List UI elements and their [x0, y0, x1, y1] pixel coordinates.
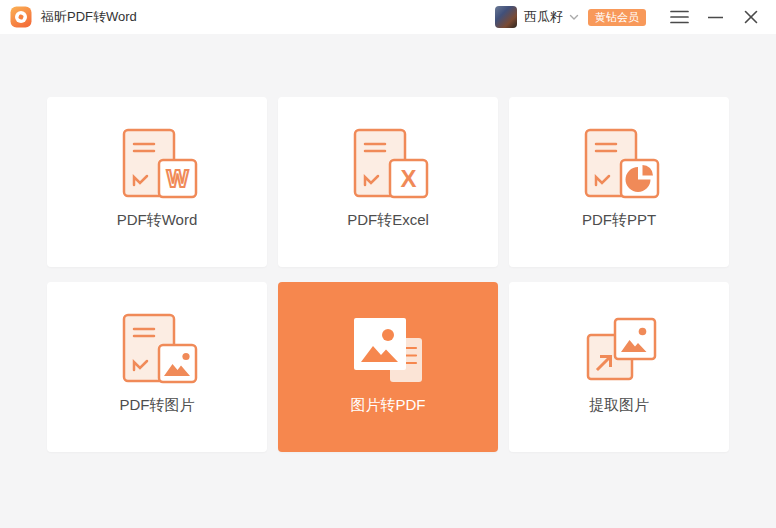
titlebar: 福昕PDF转Word 西瓜籽 黄钻会员	[0, 0, 776, 34]
card-label: PDF转PPT	[582, 211, 656, 230]
card-label: 图片转PDF	[351, 396, 426, 415]
card-label: PDF转Excel	[347, 211, 429, 230]
app-title: 福昕PDF转Word	[41, 8, 137, 26]
chevron-down-icon[interactable]	[569, 14, 579, 21]
card-label: 提取图片	[589, 396, 649, 415]
window-controls	[668, 6, 762, 28]
membership-badge[interactable]: 黄钻会员	[588, 9, 646, 26]
user-name[interactable]: 西瓜籽	[524, 8, 563, 26]
conversion-card-grid: W PDF转Word X PDF转Excel PDF转PPT	[47, 97, 729, 452]
extract-image-icon	[571, 308, 667, 388]
card-label: PDF转Word	[117, 211, 198, 230]
user-avatar[interactable]	[495, 6, 517, 28]
card-pdf-to-image[interactable]: PDF转图片	[47, 282, 267, 452]
svg-text:W: W	[167, 166, 189, 192]
card-label: PDF转图片	[120, 396, 195, 415]
card-pdf-to-word[interactable]: W PDF转Word	[47, 97, 267, 267]
card-extract-image[interactable]: 提取图片	[509, 282, 729, 452]
card-pdf-to-excel[interactable]: X PDF转Excel	[278, 97, 498, 267]
close-icon[interactable]	[740, 6, 762, 28]
pdf-to-ppt-icon	[571, 123, 667, 203]
hamburger-menu-icon[interactable]	[668, 6, 690, 28]
pdf-to-image-icon	[109, 308, 205, 388]
pdf-to-word-icon: W	[109, 123, 205, 203]
card-image-to-pdf[interactable]: 图片转PDF	[278, 282, 498, 452]
minimize-icon[interactable]	[704, 6, 726, 28]
card-pdf-to-ppt[interactable]: PDF转PPT	[509, 97, 729, 267]
pdf-to-excel-icon: X	[340, 123, 436, 203]
app-logo-icon	[10, 6, 32, 28]
image-to-pdf-icon	[340, 308, 436, 388]
svg-text:X: X	[400, 165, 416, 192]
